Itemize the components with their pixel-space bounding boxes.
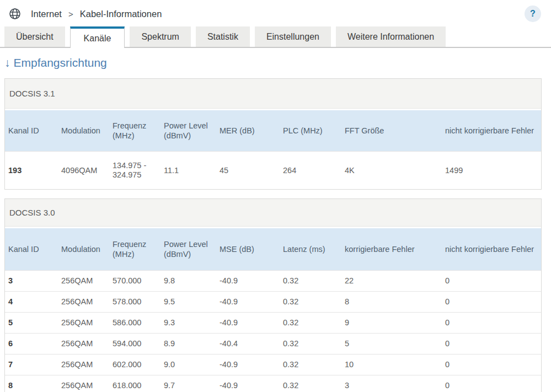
cell-fft-groesse: 4K [341,152,442,190]
col-nicht-korrigierbare-fehler: nicht korrigierbare Fehler [442,228,541,271]
cell-mse: -40.9 [216,375,280,392]
cell-nicht-korrigierbare-fehler: 0 [442,355,541,375]
tab-weitere-informationen[interactable]: Weitere Informationen [336,26,446,47]
tab-einstellungen[interactable]: Einstellungen [255,26,331,47]
tab-statistik[interactable]: Statistik [196,26,250,47]
cell-frequenz: 618.000 [109,375,161,392]
cell-latenz: 0.32 [280,334,341,355]
tab-uebersicht[interactable]: Übersicht [4,26,65,47]
cell-power-level: 9.8 [161,271,216,292]
cell-nicht-korrigierbare-fehler: 0 [442,334,541,355]
cell-korrigierbare-fehler: 3 [341,375,442,392]
table-row: 4 256QAM 578.000 9.5 -40.9 0.32 8 0 [5,292,541,313]
cell-modulation: 256QAM [58,334,109,355]
breadcrumb-section[interactable]: Internet [31,9,62,19]
cell-mse: -40.9 [216,313,280,334]
cell-frequenz: 602.000 [109,355,161,375]
cell-kanal-id: 4 [5,292,58,313]
breadcrumb-separator-icon: > [68,9,73,19]
col-plc: PLC (MHz) [280,110,341,152]
col-mse: MSE (dB) [216,228,280,271]
cell-korrigierbare-fehler: 9 [341,313,442,334]
cell-frequenz: 594.000 [109,334,161,355]
cell-power-level: 9.7 [161,375,216,392]
cell-kanal-id: 8 [5,375,58,392]
col-latenz: Latenz (ms) [280,228,341,271]
cell-kanal-id: 7 [5,355,58,375]
cell-kanal-id: 5 [5,313,58,334]
cell-latenz: 0.32 [280,313,341,334]
cell-modulation: 256QAM [58,375,109,392]
cell-modulation: 256QAM [58,292,109,313]
down-arrow-icon: ↓ [4,56,10,69]
cell-modulation: 4096QAM [58,152,109,190]
cell-latenz: 0.32 [280,292,341,313]
cell-kanal-id: 6 [5,334,58,355]
col-fft-groesse: FFT Größe [341,110,442,152]
cell-latenz: 0.32 [280,355,341,375]
docsis30-header-row: Kanal ID Modulation Frequenz (MHz) Power… [5,228,541,271]
col-kanal-id: Kanal ID [5,110,58,152]
cell-power-level: 9.5 [161,292,216,313]
col-modulation: Modulation [58,110,109,152]
cell-power-level: 9.3 [161,313,216,334]
docsis30-section: DOCSIS 3.0 Kanal ID Modulation Frequenz … [4,198,542,392]
cell-korrigierbare-fehler: 5 [341,334,442,355]
col-frequenz: Frequenz (MHz) [109,110,161,152]
cell-modulation: 256QAM [58,355,109,375]
cell-frequenz: 586.000 [109,313,161,334]
cell-frequenz: 570.000 [109,271,161,292]
cell-kanal-id: 193 [5,152,58,190]
col-power-level: Power Level (dBmV) [161,228,216,271]
cell-power-level: 11.1 [161,152,216,190]
table-row: 7 256QAM 602.000 9.0 -40.9 0.32 10 0 [5,355,541,375]
col-power-level: Power Level (dBmV) [161,110,216,152]
cell-latenz: 0.32 [280,271,341,292]
docsis31-table: Kanal ID Modulation Frequenz (MHz) Power… [5,110,541,189]
docsis31-title: DOCSIS 3.1 [5,79,541,109]
cell-mse: -40.9 [216,292,280,313]
table-row: 5 256QAM 586.000 9.3 -40.9 0.32 9 0 [5,313,541,334]
cell-nicht-korrigierbare-fehler: 1499 [442,152,541,190]
cell-nicht-korrigierbare-fehler: 0 [442,292,541,313]
cell-nicht-korrigierbare-fehler: 0 [442,313,541,334]
table-row: 3 256QAM 570.000 9.8 -40.9 0.32 22 0 [5,271,541,292]
topbar: Internet > Kabel-Informationen ? [0,0,551,24]
table-row: 8 256QAM 618.000 9.7 -40.9 0.32 3 0 [5,375,541,392]
cell-mse: -40.9 [216,271,280,292]
docsis30-table: Kanal ID Modulation Frequenz (MHz) Power… [5,228,541,392]
cell-modulation: 256QAM [58,313,109,334]
col-mer: MER (dB) [216,110,280,152]
breadcrumb-page: Kabel-Informationen [80,9,162,19]
cell-kanal-id: 3 [5,271,58,292]
col-frequenz: Frequenz (MHz) [109,228,161,271]
col-korrigierbare-fehler: korrigierbare Fehler [341,228,442,271]
tab-kanaele[interactable]: Kanäle [70,26,125,48]
cell-latenz: 0.32 [280,375,341,392]
cell-mer: 45 [216,152,280,190]
empfangsrichtung-label: Empfangsrichtung [14,56,107,69]
cell-power-level: 9.0 [161,355,216,375]
cell-plc: 264 [280,152,341,190]
help-button[interactable]: ? [525,6,541,22]
docsis30-title: DOCSIS 3.0 [5,199,541,227]
cell-nicht-korrigierbare-fehler: 0 [442,271,541,292]
table-row: 193 4096QAM 134.975 - 324.975 11.1 45 26… [5,152,541,190]
cell-frequenz: 134.975 - 324.975 [109,152,161,190]
empfangsrichtung-heading[interactable]: ↓Empfangsrichtung [4,56,542,69]
docsis31-section: DOCSIS 3.1 Kanal ID Modulation Frequenz … [4,78,542,190]
tab-bar: Übersicht Kanäle Spektrum Statistik Eins… [0,26,551,48]
cell-nicht-korrigierbare-fehler: 0 [442,375,541,392]
breadcrumb: Internet > Kabel-Informationen [9,8,162,20]
cell-korrigierbare-fehler: 22 [341,271,442,292]
cell-modulation: 256QAM [58,271,109,292]
tab-spektrum[interactable]: Spektrum [130,26,190,47]
col-kanal-id: Kanal ID [5,228,58,271]
col-modulation: Modulation [58,228,109,271]
cell-power-level: 8.9 [161,334,216,355]
table-row: 6 256QAM 594.000 8.9 -40.4 0.32 5 0 [5,334,541,355]
globe-icon [9,8,21,20]
cell-korrigierbare-fehler: 8 [341,292,442,313]
main-content: ↓Empfangsrichtung DOCSIS 3.1 Kanal ID Mo… [0,56,551,392]
col-nicht-korrigierbare-fehler: nicht korrigierbare Fehler [442,110,541,152]
